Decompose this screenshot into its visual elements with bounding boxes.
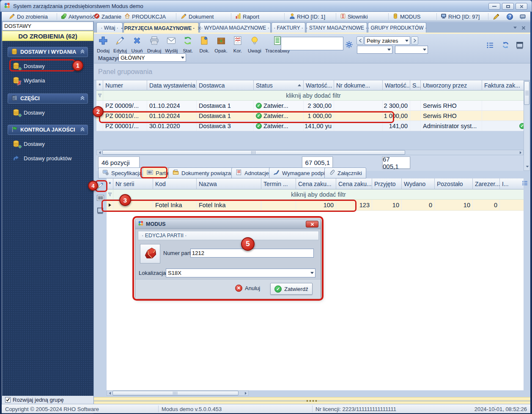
- layout-panel-icon[interactable]: [516, 41, 524, 51]
- column-header-kod[interactable]: Kod: [153, 178, 197, 189]
- sidebar-filter-input[interactable]: [2, 22, 93, 30]
- column-header-termin[interactable]: Termin ...: [261, 178, 296, 189]
- todo-banner[interactable]: DO ZROBIENIA (62): [2, 31, 93, 41]
- menu-item-slowniki[interactable]: Słowniki: [338, 12, 370, 21]
- collapse-chevron-icon[interactable]: [80, 127, 85, 133]
- menu-item-rho-user[interactable]: RHO [ID: 1]: [288, 12, 327, 21]
- range-next-button[interactable]: [411, 36, 418, 45]
- usun-button[interactable]: Usuń: [129, 35, 145, 54]
- column-header-cena-zakupu-2[interactable]: Cena zaku...: [336, 178, 372, 189]
- scroll-right-icon[interactable]: [243, 391, 248, 395]
- column-header-nazwa[interactable]: Nazwa: [197, 178, 261, 189]
- detail-tab-adnotacje[interactable]: Adnotacje: [231, 167, 273, 178]
- sidebar-item-dostawy-3[interactable]: + Dostawy: [8, 138, 88, 149]
- column-header-data-wystawienia[interactable]: Data wystawienia: [147, 80, 197, 90]
- dok-button[interactable]: Dok.: [197, 35, 212, 54]
- detail-tab-dokumenty-powiazane[interactable]: Dokumenty powiązane: [168, 167, 241, 178]
- tab-grupy-produktow[interactable]: · GRUPY PRODUKTÓW ·: [368, 22, 426, 33]
- menu-item-do-zrobienia[interactable]: Do zrobienia: [8, 12, 49, 21]
- column-header-numer[interactable]: Numer: [103, 80, 147, 90]
- range-select[interactable]: Pełny zakres: [365, 36, 410, 45]
- help-icon[interactable]: ?: [505, 12, 515, 21]
- column-header-przyjeto[interactable]: Przyjęto: [372, 178, 402, 189]
- column-header-utworzony-przez[interactable]: Utworzony przez: [421, 80, 482, 90]
- main-grid-hscrollbar[interactable]: [96, 150, 524, 155]
- drukuj-button[interactable]: Drukuj: [146, 35, 162, 54]
- column-header-wydano[interactable]: Wydano: [402, 178, 435, 189]
- sidebar-item-wydania[interactable]: ✗ Wydania: [8, 75, 88, 86]
- tab-stany-magazynowe[interactable]: · STANY MAGAZYNOWE ·: [306, 22, 367, 33]
- tabstrip-close-icon[interactable]: [520, 25, 527, 31]
- tab-wydania-magazynowe[interactable]: · WYDANIA MAGAZYNOWE ·: [200, 22, 271, 33]
- filter-select-1[interactable]: [357, 46, 392, 54]
- barcode-icon[interactable]: [96, 194, 104, 202]
- collapse-chevron-icon[interactable]: [80, 96, 85, 101]
- collapse-chevron-icon[interactable]: [80, 49, 85, 55]
- expand-one-group-checkbox[interactable]: [5, 397, 11, 403]
- close-button[interactable]: [516, 3, 527, 10]
- detail-grid-hscrollbar[interactable]: [107, 390, 249, 396]
- sidebar-group-dostawy-i-wydania[interactable]: DOSTAWY I WYDANIA: [8, 47, 88, 57]
- gear-icon[interactable]: [345, 41, 353, 50]
- numer-partii-input[interactable]: [190, 249, 314, 258]
- view-list-icon[interactable]: [486, 41, 494, 51]
- range-prev-button[interactable]: [356, 36, 364, 45]
- menu-item-zadanie[interactable]: Zadanie: [92, 12, 123, 21]
- menu-item-rho-workstation[interactable]: RHO [ID: 97]: [439, 12, 481, 21]
- tab-list-dropdown-icon[interactable]: [512, 25, 518, 31]
- edytuj-button[interactable]: Edytuj: [112, 35, 128, 54]
- detail-grid-filter-row[interactable]: kliknij aby dodać filtr: [107, 189, 524, 200]
- main-grid-filter-row[interactable]: kliknij aby dodać filtr: [96, 90, 524, 101]
- anuluj-button[interactable]: ✕ Anuluj: [235, 285, 260, 292]
- column-header-i[interactable]: I...: [500, 178, 524, 189]
- menu-item-dokument[interactable]: Dokument: [179, 12, 215, 21]
- column-header-zarezerwowano[interactable]: Zarezer...: [473, 178, 500, 189]
- skin-icon[interactable]: [491, 12, 502, 21]
- column-header-pozostalo[interactable]: Pozostało: [435, 178, 473, 189]
- tab-faktury[interactable]: · FAKTURY ·: [271, 22, 305, 33]
- column-header-status[interactable]: Status: [254, 80, 304, 90]
- main-grid-vscrollbar[interactable]: [524, 80, 530, 171]
- column-header-s[interactable]: S...: [410, 80, 421, 90]
- dialog-close-button[interactable]: [306, 221, 318, 228]
- vscroll-thumb[interactable]: [524, 81, 529, 105]
- scroll-left-icon[interactable]: [107, 391, 112, 395]
- detail-grid-row-selected[interactable]: Fotel Inka Fotel Inka 100 123 10 0 10 0: [107, 200, 524, 211]
- column-header-nr-dokumentu[interactable]: Nr dokume...: [334, 80, 383, 90]
- search-input[interactable]: [281, 37, 343, 50]
- sidebar-item-dostawy-produktow[interactable]: Dostawy produktów: [8, 153, 88, 164]
- sidebar-group-czesci[interactable]: CZĘŚCI: [8, 93, 88, 104]
- wyslij-button[interactable]: Wyślij: [164, 35, 179, 54]
- kor-button[interactable]: Kor.: [230, 35, 245, 54]
- hscroll-thumb[interactable]: [112, 391, 239, 395]
- uwagi-button[interactable]: Uwagi: [247, 35, 263, 54]
- magazyn-select[interactable]: GŁÓWNY: [118, 53, 186, 62]
- lokalizacja-select[interactable]: S18X: [166, 269, 315, 277]
- column-header-cena-zakupu-1[interactable]: Cena zaku...: [296, 178, 336, 189]
- hscroll-thumb[interactable]: [102, 150, 405, 155]
- minimize-button[interactable]: [488, 3, 500, 10]
- refresh-icon[interactable]: [502, 41, 510, 51]
- tab-przyjecia-magazynowe[interactable]: · PRZYJĘCIA MAGAZYNOWE ·: [123, 22, 199, 33]
- column-header-wartosc-2[interactable]: Wartość...: [383, 80, 410, 90]
- column-chooser-icon[interactable]: [522, 180, 528, 188]
- dodaj-button[interactable]: Dodaj: [96, 35, 111, 54]
- opak-button[interactable]: Opak.: [213, 35, 229, 54]
- zatwierdz-button[interactable]: ✓ Zatwierdź: [270, 283, 313, 295]
- main-grid-row-3[interactable]: PZ 00001/... 30.01.2020 Dostawca 3 ✓Zatw…: [96, 121, 524, 131]
- sidebar-group-kontrola-jakosci[interactable]: KONTROLA JAKOŚCI: [8, 125, 88, 135]
- column-header-wartosc-1[interactable]: Wartość...: [304, 80, 334, 90]
- feedback-icon[interactable]: [518, 12, 528, 21]
- main-grid-row-2-selected[interactable]: PZ 00010/... 01.10.2024 Dostawca 1 ✓Zatw…: [96, 111, 524, 121]
- maximize-button[interactable]: [502, 3, 514, 10]
- tab-close-icon[interactable]: [197, 25, 201, 31]
- main-grid-row-1[interactable]: PZ 00009/... 01.10.2024 Dostawca 1 ✓Zatw…: [96, 101, 524, 111]
- menu-item-raport[interactable]: Raport: [233, 12, 261, 21]
- scroll-right-icon[interactable]: [518, 150, 523, 155]
- select-area-icon[interactable]: [96, 206, 104, 215]
- filter-select-2[interactable]: [395, 46, 428, 54]
- stat-button[interactable]: Stat.: [180, 35, 195, 54]
- scroll-left-icon[interactable]: [97, 150, 102, 155]
- column-header-dostawca[interactable]: Dostawca: [197, 80, 254, 90]
- column-header-nr-serii[interactable]: Nr serii: [113, 178, 153, 189]
